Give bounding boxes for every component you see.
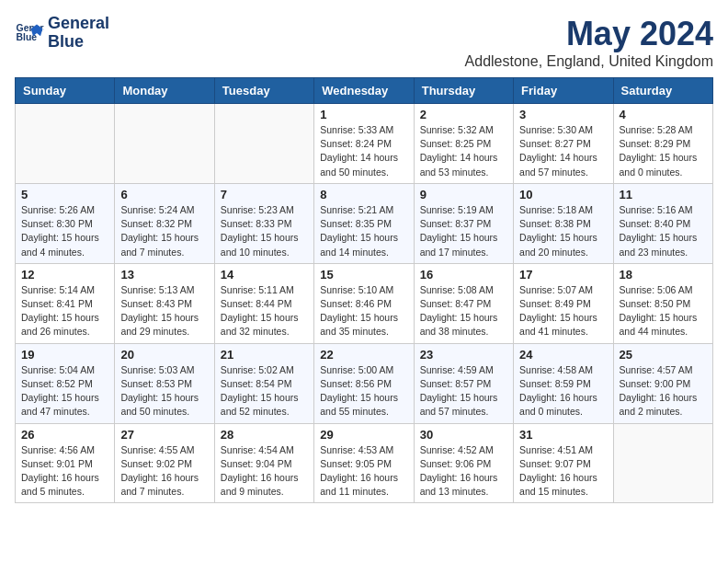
day-number: 21 bbox=[221, 348, 308, 362]
day-number: 18 bbox=[620, 268, 707, 282]
day-number: 13 bbox=[120, 268, 208, 282]
calendar-cell: 24Sunrise: 4:58 AMSunset: 8:59 PMDayligh… bbox=[514, 343, 613, 423]
calendar-cell bbox=[16, 104, 115, 184]
day-info: Sunrise: 4:52 AMSunset: 9:06 PMDaylight:… bbox=[420, 443, 507, 500]
day-number: 14 bbox=[221, 268, 308, 282]
day-number: 5 bbox=[21, 188, 108, 201]
page-header: General Blue General Blue May 2024 Addle… bbox=[15, 15, 713, 70]
day-number: 28 bbox=[221, 428, 308, 442]
day-number: 7 bbox=[221, 188, 308, 201]
day-number: 8 bbox=[320, 188, 407, 201]
day-info: Sunrise: 5:32 AMSunset: 8:25 PMDaylight:… bbox=[420, 123, 507, 179]
calendar-week-row: 26Sunrise: 4:56 AMSunset: 9:01 PMDayligh… bbox=[16, 423, 713, 503]
day-info: Sunrise: 5:02 AMSunset: 8:54 PMDaylight:… bbox=[221, 363, 308, 419]
calendar-cell: 7Sunrise: 5:23 AMSunset: 8:33 PMDaylight… bbox=[214, 183, 313, 263]
day-number: 4 bbox=[620, 108, 707, 121]
day-number: 24 bbox=[519, 348, 607, 362]
day-number: 11 bbox=[620, 188, 707, 201]
day-number: 30 bbox=[420, 428, 507, 442]
month-title: May 2024 bbox=[465, 15, 713, 53]
weekday-header: Tuesday bbox=[214, 78, 313, 104]
day-info: Sunrise: 4:51 AMSunset: 9:07 PMDaylight:… bbox=[519, 443, 607, 500]
day-info: Sunrise: 5:14 AMSunset: 8:41 PMDaylight:… bbox=[21, 283, 108, 339]
title-block: May 2024 Addlestone, England, United Kin… bbox=[465, 15, 713, 70]
calendar-cell: 29Sunrise: 4:53 AMSunset: 9:05 PMDayligh… bbox=[314, 423, 414, 503]
calendar-week-row: 5Sunrise: 5:26 AMSunset: 8:30 PMDaylight… bbox=[16, 183, 713, 263]
calendar-cell: 9Sunrise: 5:19 AMSunset: 8:37 PMDaylight… bbox=[414, 183, 513, 263]
logo: General Blue General Blue bbox=[15, 15, 109, 52]
weekday-header: Monday bbox=[115, 78, 214, 104]
day-number: 15 bbox=[320, 268, 407, 282]
day-info: Sunrise: 5:24 AMSunset: 8:32 PMDaylight:… bbox=[120, 203, 208, 259]
logo-icon: General Blue bbox=[15, 18, 44, 48]
day-number: 17 bbox=[519, 268, 607, 282]
weekday-header: Thursday bbox=[414, 78, 513, 104]
calendar-cell: 18Sunrise: 5:06 AMSunset: 8:50 PMDayligh… bbox=[613, 263, 712, 343]
calendar-cell: 30Sunrise: 4:52 AMSunset: 9:06 PMDayligh… bbox=[414, 423, 513, 503]
day-info: Sunrise: 5:16 AMSunset: 8:40 PMDaylight:… bbox=[620, 203, 707, 259]
day-info: Sunrise: 4:54 AMSunset: 9:04 PMDaylight:… bbox=[221, 443, 308, 500]
day-info: Sunrise: 5:30 AMSunset: 8:27 PMDaylight:… bbox=[519, 123, 607, 179]
day-number: 29 bbox=[320, 428, 407, 442]
calendar-cell: 27Sunrise: 4:55 AMSunset: 9:02 PMDayligh… bbox=[115, 423, 214, 503]
day-info: Sunrise: 5:26 AMSunset: 8:30 PMDaylight:… bbox=[21, 203, 108, 259]
day-info: Sunrise: 4:59 AMSunset: 8:57 PMDaylight:… bbox=[420, 363, 507, 419]
day-info: Sunrise: 5:33 AMSunset: 8:24 PMDaylight:… bbox=[320, 123, 407, 179]
calendar-cell: 6Sunrise: 5:24 AMSunset: 8:32 PMDaylight… bbox=[115, 183, 214, 263]
calendar-cell: 23Sunrise: 4:59 AMSunset: 8:57 PMDayligh… bbox=[414, 343, 513, 423]
calendar-cell: 25Sunrise: 4:57 AMSunset: 9:00 PMDayligh… bbox=[613, 343, 712, 423]
day-info: Sunrise: 5:06 AMSunset: 8:50 PMDaylight:… bbox=[620, 283, 707, 339]
day-info: Sunrise: 5:23 AMSunset: 8:33 PMDaylight:… bbox=[221, 203, 308, 259]
day-info: Sunrise: 5:28 AMSunset: 8:29 PMDaylight:… bbox=[620, 123, 707, 179]
day-number: 16 bbox=[420, 268, 507, 282]
calendar-cell: 12Sunrise: 5:14 AMSunset: 8:41 PMDayligh… bbox=[16, 263, 115, 343]
calendar-cell: 4Sunrise: 5:28 AMSunset: 8:29 PMDaylight… bbox=[613, 104, 712, 184]
day-info: Sunrise: 5:13 AMSunset: 8:43 PMDaylight:… bbox=[120, 283, 208, 339]
day-info: Sunrise: 5:00 AMSunset: 8:56 PMDaylight:… bbox=[320, 363, 407, 419]
day-info: Sunrise: 4:56 AMSunset: 9:01 PMDaylight:… bbox=[21, 443, 108, 500]
day-info: Sunrise: 4:57 AMSunset: 9:00 PMDaylight:… bbox=[620, 363, 707, 419]
day-info: Sunrise: 5:08 AMSunset: 8:47 PMDaylight:… bbox=[420, 283, 507, 339]
day-number: 22 bbox=[320, 348, 407, 362]
day-number: 2 bbox=[420, 108, 507, 121]
calendar-cell: 13Sunrise: 5:13 AMSunset: 8:43 PMDayligh… bbox=[115, 263, 214, 343]
day-info: Sunrise: 5:07 AMSunset: 8:49 PMDaylight:… bbox=[519, 283, 607, 339]
day-info: Sunrise: 5:18 AMSunset: 8:38 PMDaylight:… bbox=[519, 203, 607, 259]
calendar-cell: 19Sunrise: 5:04 AMSunset: 8:52 PMDayligh… bbox=[16, 343, 115, 423]
weekday-header-row: SundayMondayTuesdayWednesdayThursdayFrid… bbox=[16, 78, 713, 104]
calendar-cell: 11Sunrise: 5:16 AMSunset: 8:40 PMDayligh… bbox=[613, 183, 712, 263]
day-number: 3 bbox=[519, 108, 607, 121]
day-info: Sunrise: 5:04 AMSunset: 8:52 PMDaylight:… bbox=[21, 363, 108, 419]
calendar-cell: 31Sunrise: 4:51 AMSunset: 9:07 PMDayligh… bbox=[514, 423, 613, 503]
day-info: Sunrise: 4:55 AMSunset: 9:02 PMDaylight:… bbox=[120, 443, 208, 500]
day-number: 1 bbox=[320, 108, 407, 121]
calendar-cell: 26Sunrise: 4:56 AMSunset: 9:01 PMDayligh… bbox=[16, 423, 115, 503]
calendar-cell: 8Sunrise: 5:21 AMSunset: 8:35 PMDaylight… bbox=[314, 183, 414, 263]
day-info: Sunrise: 5:11 AMSunset: 8:44 PMDaylight:… bbox=[221, 283, 308, 339]
day-number: 19 bbox=[21, 348, 108, 362]
calendar-cell: 1Sunrise: 5:33 AMSunset: 8:24 PMDaylight… bbox=[314, 104, 414, 184]
calendar-table: SundayMondayTuesdayWednesdayThursdayFrid… bbox=[15, 77, 713, 503]
calendar-cell bbox=[115, 104, 214, 184]
day-number: 31 bbox=[519, 428, 607, 442]
calendar-cell: 15Sunrise: 5:10 AMSunset: 8:46 PMDayligh… bbox=[314, 263, 414, 343]
weekday-header: Friday bbox=[514, 78, 613, 104]
calendar-cell: 2Sunrise: 5:32 AMSunset: 8:25 PMDaylight… bbox=[414, 104, 513, 184]
day-number: 12 bbox=[21, 268, 108, 282]
weekday-header: Sunday bbox=[16, 78, 115, 104]
calendar-cell: 5Sunrise: 5:26 AMSunset: 8:30 PMDaylight… bbox=[16, 183, 115, 263]
calendar-cell: 16Sunrise: 5:08 AMSunset: 8:47 PMDayligh… bbox=[414, 263, 513, 343]
weekday-header: Saturday bbox=[613, 78, 712, 104]
day-info: Sunrise: 5:10 AMSunset: 8:46 PMDaylight:… bbox=[320, 283, 407, 339]
calendar-week-row: 19Sunrise: 5:04 AMSunset: 8:52 PMDayligh… bbox=[16, 343, 713, 423]
day-number: 20 bbox=[120, 348, 208, 362]
day-number: 23 bbox=[420, 348, 507, 362]
day-info: Sunrise: 5:19 AMSunset: 8:37 PMDaylight:… bbox=[420, 203, 507, 259]
day-number: 6 bbox=[120, 188, 208, 201]
weekday-header: Wednesday bbox=[314, 78, 414, 104]
day-number: 10 bbox=[519, 188, 607, 201]
day-info: Sunrise: 5:03 AMSunset: 8:53 PMDaylight:… bbox=[120, 363, 208, 419]
calendar-cell: 20Sunrise: 5:03 AMSunset: 8:53 PMDayligh… bbox=[115, 343, 214, 423]
calendar-cell: 21Sunrise: 5:02 AMSunset: 8:54 PMDayligh… bbox=[214, 343, 313, 423]
calendar-cell: 14Sunrise: 5:11 AMSunset: 8:44 PMDayligh… bbox=[214, 263, 313, 343]
